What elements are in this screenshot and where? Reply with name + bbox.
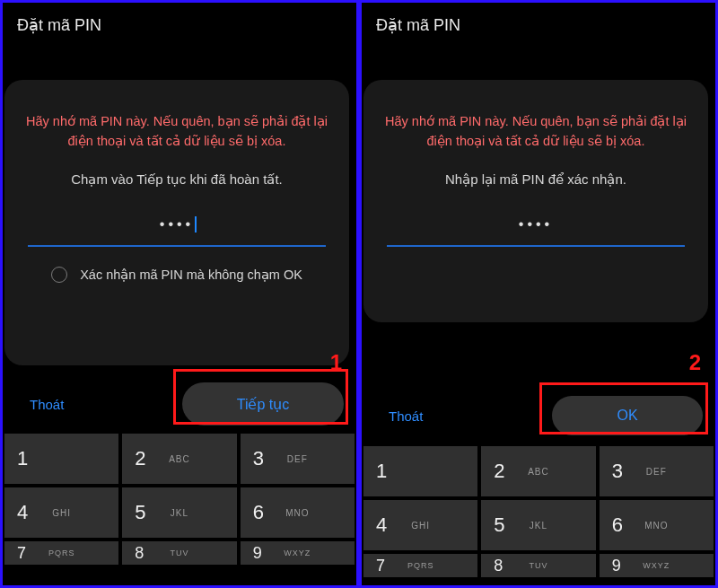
text-cursor xyxy=(195,216,197,233)
step-number: 2 xyxy=(689,350,701,375)
key-7[interactable]: 7PQRS xyxy=(363,554,477,577)
exit-button[interactable]: Thoát xyxy=(372,399,439,433)
key-8[interactable]: 8TUV xyxy=(122,541,236,565)
key-5[interactable]: 5JKL xyxy=(122,487,236,538)
warning-text: Hãy nhớ mã PIN này. Nếu quên, bạn sẽ phả… xyxy=(19,111,335,152)
key-4[interactable]: 4GHI xyxy=(4,487,118,538)
pin-card: Hãy nhớ mã PIN này. Nếu quên, bạn sẽ phả… xyxy=(363,80,708,322)
pin-dots: •••• xyxy=(160,216,194,233)
key-8[interactable]: 8TUV xyxy=(481,554,595,577)
key-1[interactable]: 1 xyxy=(4,434,118,484)
pin-card: Hãy nhớ mã PIN này. Nếu quên, bạn sẽ phả… xyxy=(4,80,349,365)
key-3[interactable]: 3DEF xyxy=(600,446,714,496)
confirm-without-ok-label: Xác nhận mã PIN mà không chạm OK xyxy=(80,268,302,282)
key-4[interactable]: 4GHI xyxy=(363,500,477,550)
highlight-box-1 xyxy=(173,369,348,425)
pin-dots: •••• xyxy=(519,216,553,233)
key-3[interactable]: 3DEF xyxy=(241,434,355,484)
confirm-without-ok-row[interactable]: Xác nhận mã PIN mà không chạm OK xyxy=(19,267,335,283)
numeric-keypad: 1 2ABC 3DEF 4GHI 5JKL 6MNO 7PQRS 8TUV 9W… xyxy=(3,432,356,585)
warning-text: Hãy nhớ mã PIN này. Nếu quên, bạn sẽ phả… xyxy=(378,111,694,152)
key-2[interactable]: 2ABC xyxy=(481,446,595,496)
key-1[interactable]: 1 xyxy=(363,446,477,496)
pin-input[interactable]: •••• xyxy=(19,204,335,247)
instruction-text: Nhập lại mã PIN để xác nhận. xyxy=(378,171,694,188)
numeric-keypad: 1 2ABC 3DEF 4GHI 5JKL 6MNO 7PQRS 8TUV 9W… xyxy=(362,444,715,585)
key-6[interactable]: 6MNO xyxy=(600,500,714,550)
key-7[interactable]: 7PQRS xyxy=(4,541,118,565)
key-5[interactable]: 5JKL xyxy=(481,500,595,550)
key-9[interactable]: 9WXYZ xyxy=(241,541,355,565)
instruction-text: Chạm vào Tiếp tục khi đã hoàn tất. xyxy=(19,171,335,188)
key-2[interactable]: 2ABC xyxy=(122,434,236,484)
highlight-box-2 xyxy=(539,382,708,434)
page-title: Đặt mã PIN xyxy=(3,3,356,44)
panel-step-1: Đặt mã PIN Hãy nhớ mã PIN này. Nếu quên,… xyxy=(0,0,359,588)
panel-step-2: Đặt mã PIN Hãy nhớ mã PIN này. Nếu quên,… xyxy=(359,0,718,588)
pin-input[interactable]: •••• xyxy=(378,204,694,247)
input-underline xyxy=(387,245,685,247)
exit-button[interactable]: Thoát xyxy=(13,388,80,421)
radio-icon xyxy=(51,267,67,283)
key-6[interactable]: 6MNO xyxy=(241,487,355,538)
input-underline xyxy=(28,245,326,247)
page-title: Đặt mã PIN xyxy=(362,3,715,44)
key-9[interactable]: 9WXYZ xyxy=(600,554,714,577)
